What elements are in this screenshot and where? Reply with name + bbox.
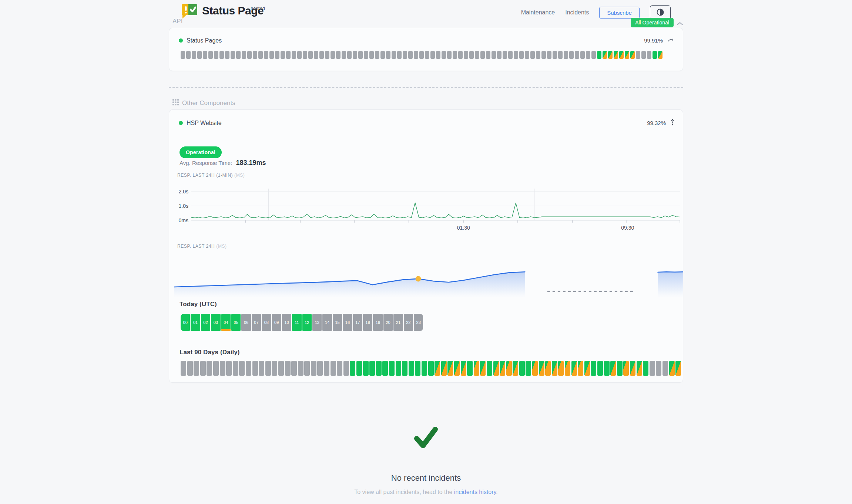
uptime-bar[interactable] — [259, 361, 264, 376]
uptime-bar[interactable] — [425, 51, 429, 59]
uptime-bar[interactable] — [506, 361, 512, 376]
uptime-bar[interactable] — [253, 51, 257, 59]
uptime-bar[interactable] — [503, 51, 507, 59]
uptime-bar[interactable] — [375, 51, 379, 59]
uptime-bar[interactable] — [353, 51, 357, 59]
hour-cell[interactable]: 09 — [272, 314, 281, 331]
hour-cell[interactable]: 16 — [343, 314, 352, 331]
uptime-bar[interactable] — [278, 361, 284, 376]
uptime-bar[interactable] — [324, 361, 329, 376]
subscribe-button[interactable]: Subscribe — [599, 7, 640, 19]
uptime-bar[interactable] — [608, 51, 613, 59]
uptime-bar[interactable] — [186, 51, 191, 59]
uptime-bar[interactable] — [500, 361, 505, 376]
uptime-bar[interactable] — [231, 51, 235, 59]
uptime-bar[interactable] — [486, 51, 490, 59]
uptime-bar[interactable] — [233, 361, 238, 376]
uptime-bar[interactable] — [297, 51, 302, 59]
uptime-bar[interactable] — [653, 51, 657, 59]
uptime-bar[interactable] — [246, 361, 251, 376]
uptime-bar[interactable] — [578, 361, 583, 376]
uptime-bar[interactable] — [331, 361, 336, 376]
uptime-bar[interactable] — [637, 361, 642, 376]
uptime-bar[interactable] — [386, 51, 390, 59]
uptime-bar[interactable] — [475, 51, 479, 59]
uptime-bar[interactable] — [532, 361, 538, 376]
uptime-bar[interactable] — [319, 51, 324, 59]
uptime-bar[interactable] — [464, 51, 468, 59]
uptime-bar[interactable] — [364, 51, 368, 59]
chart-marker-dot[interactable] — [416, 276, 421, 281]
uptime-bar[interactable] — [508, 51, 513, 59]
uptime-bar[interactable] — [586, 51, 590, 59]
uptime-bar[interactable] — [469, 51, 474, 59]
hour-cell[interactable]: 21 — [393, 314, 403, 331]
uptime-bar[interactable] — [303, 51, 307, 59]
uptime-bar[interactable] — [539, 361, 544, 376]
uptime-bar[interactable] — [292, 51, 296, 59]
uptime-bar[interactable] — [630, 51, 635, 59]
uptime-bar[interactable] — [194, 361, 199, 376]
uptime-bar[interactable] — [264, 51, 268, 59]
uptime-bar[interactable] — [422, 361, 427, 376]
uptime-bar[interactable] — [358, 51, 363, 59]
uptime-bar[interactable] — [200, 361, 206, 376]
uptime-bar[interactable] — [419, 51, 424, 59]
uptime-bar[interactable] — [474, 361, 479, 376]
hour-cell[interactable]: 22 — [404, 314, 413, 331]
hour-cell[interactable]: 01 — [191, 314, 200, 331]
uptime-bar[interactable] — [603, 51, 607, 59]
hour-cell[interactable]: 04 — [221, 314, 231, 331]
uptime-bar[interactable] — [363, 361, 369, 376]
hour-cell[interactable]: 02 — [201, 314, 210, 331]
uptime-bar[interactable] — [461, 361, 466, 376]
uptime-bar[interactable] — [623, 361, 629, 376]
uptime-bar[interactable] — [258, 51, 263, 59]
uptime-bar[interactable] — [492, 51, 496, 59]
uptime-bar[interactable] — [304, 361, 310, 376]
uptime-bar[interactable] — [454, 361, 460, 376]
hour-cell[interactable]: 13 — [312, 314, 322, 331]
uptime-bar[interactable] — [519, 361, 525, 376]
uptime-bar[interactable] — [658, 51, 663, 59]
uptime-bar[interactable] — [415, 361, 420, 376]
uptime-bar[interactable] — [197, 51, 202, 59]
uptime-bar[interactable] — [403, 51, 407, 59]
uptime-bar[interactable] — [458, 51, 463, 59]
hour-cell[interactable]: 10 — [282, 314, 291, 331]
uptime-bar[interactable] — [597, 51, 601, 59]
uptime-bar[interactable] — [409, 361, 414, 376]
uptime-bar[interactable] — [343, 361, 349, 376]
uptime-bar[interactable] — [347, 51, 352, 59]
uptime-bar[interactable] — [558, 51, 563, 59]
uptime-bar[interactable] — [545, 361, 551, 376]
uptime-bar[interactable] — [308, 51, 313, 59]
uptime-bar[interactable] — [669, 361, 675, 376]
uptime-bar[interactable] — [525, 51, 529, 59]
uptime-bar[interactable] — [408, 51, 413, 59]
uptime-bar[interactable] — [604, 361, 610, 376]
uptime-bar[interactable] — [435, 361, 440, 376]
uptime-bar[interactable] — [493, 361, 499, 376]
uptime-bar[interactable] — [247, 51, 252, 59]
uptime-bar[interactable] — [213, 361, 219, 376]
uptime-bar[interactable] — [526, 361, 531, 376]
uptime-bar[interactable] — [225, 51, 229, 59]
uptime-bar[interactable] — [397, 51, 402, 59]
hour-cell[interactable]: 17 — [353, 314, 362, 331]
uptime-bar[interactable] — [441, 361, 447, 376]
uptime-bar[interactable] — [650, 361, 655, 376]
uptime-bar[interactable] — [336, 51, 341, 59]
uptime-bar[interactable] — [564, 51, 568, 59]
hour-cell[interactable]: 18 — [363, 314, 372, 331]
hour-cell[interactable]: 07 — [252, 314, 261, 331]
uptime-bar[interactable] — [382, 361, 388, 376]
chevron-up-icon[interactable] — [677, 20, 683, 27]
uptime-bar[interactable] — [220, 361, 225, 376]
uptime-bar[interactable] — [392, 51, 396, 59]
uptime-bar[interactable] — [298, 361, 303, 376]
uptime-bar[interactable] — [565, 361, 570, 376]
uptime-bar[interactable] — [350, 361, 355, 376]
uptime-bar[interactable] — [625, 51, 629, 59]
uptime-bar[interactable] — [591, 361, 596, 376]
